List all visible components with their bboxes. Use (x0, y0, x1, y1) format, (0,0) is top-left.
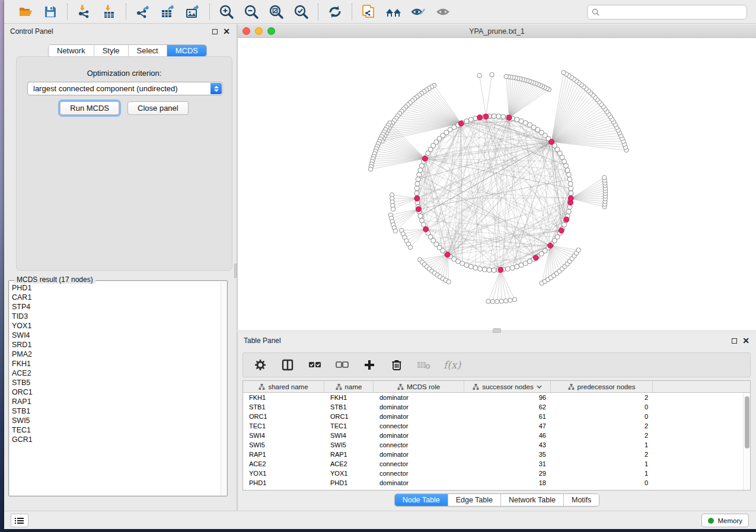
network-node[interactable] (468, 117, 473, 122)
table-row[interactable]: YOX1YOX1connector291 (243, 469, 750, 478)
table-row[interactable]: TEC1TEC1connector472 (243, 421, 750, 431)
network-node[interactable] (505, 267, 510, 271)
table-scrollbar[interactable] (743, 393, 750, 490)
network-node[interactable] (414, 186, 419, 191)
mcds-result-item[interactable]: ORC1 (12, 387, 221, 397)
network-node[interactable] (567, 204, 572, 209)
mcds-hub-node[interactable] (445, 252, 450, 257)
mcds-hub-node[interactable] (533, 255, 538, 261)
mcds-hub-node[interactable] (422, 156, 428, 161)
tab-motifs[interactable]: Motifs (564, 494, 599, 506)
import-table-button[interactable] (98, 2, 120, 21)
mcds-result-item[interactable]: STP4 (12, 302, 221, 312)
minimize-window-icon[interactable] (255, 27, 263, 35)
mcds-hub-node[interactable] (548, 243, 553, 248)
mcds-hub-node[interactable] (506, 115, 512, 120)
leaf-node[interactable] (503, 299, 508, 303)
network-node[interactable] (487, 268, 492, 273)
table-settings-button[interactable] (253, 357, 268, 373)
network-node[interactable] (496, 114, 501, 118)
leaf-node[interactable] (495, 299, 499, 303)
task-history-button[interactable] (11, 514, 28, 527)
mcds-hub-node[interactable] (423, 227, 429, 232)
leaf-node[interactable] (490, 299, 495, 303)
mcds-result-scrollbar[interactable] (221, 281, 227, 495)
select-all-button[interactable] (307, 357, 323, 373)
mcds-hub-node[interactable] (483, 114, 489, 119)
vertical-splitter-handle[interactable] (234, 264, 237, 278)
table-row[interactable]: PHD1PHD1dominator180 (243, 478, 750, 488)
leaf-node[interactable] (368, 167, 372, 171)
leaf-node[interactable] (562, 70, 566, 75)
network-node[interactable] (492, 268, 496, 273)
mcds-result-item[interactable]: STB1 (12, 406, 221, 416)
network-node[interactable] (565, 168, 570, 172)
mcds-result-item[interactable]: SWI5 (12, 416, 221, 425)
close-table-panel-icon[interactable]: ✕ (742, 336, 750, 345)
zoom-selected-button[interactable] (291, 2, 312, 21)
network-node[interactable] (515, 117, 519, 122)
mcds-result-list[interactable]: PHD1CAR1STP4TID3YOX1SWI4SRD1PMA2FKH1ACE2… (9, 281, 221, 495)
zoom-in-button[interactable] (216, 2, 237, 21)
deselect-all-button[interactable] (334, 357, 350, 373)
mcds-result-item[interactable]: PMA2 (12, 350, 221, 359)
network-node[interactable] (501, 114, 506, 119)
mcds-result-item[interactable]: SRD1 (12, 340, 221, 350)
table-scrollbar-thumb[interactable] (745, 396, 749, 448)
tab-network-table[interactable]: Network Table (501, 494, 564, 506)
table-row[interactable]: SWI4SWI4dominator462 (243, 431, 750, 440)
network-node[interactable] (510, 265, 515, 270)
float-table-panel-icon[interactable] (730, 336, 738, 345)
show-all-button[interactable] (433, 2, 454, 21)
leaf-node[interactable] (391, 207, 395, 211)
table-row[interactable]: ORC1ORC1dominator610 (243, 412, 750, 421)
mcds-hub-node[interactable] (498, 267, 503, 273)
table-row[interactable]: STB1STB1dominator620 (243, 402, 750, 412)
table-row[interactable]: SWI5SWI5connector431 (243, 440, 750, 450)
network-node[interactable] (568, 181, 573, 186)
leaf-node[interactable] (508, 298, 512, 302)
network-node[interactable] (492, 114, 496, 118)
leaf-node[interactable] (490, 72, 494, 76)
import-network-button[interactable] (74, 2, 95, 21)
mcds-result-item[interactable]: GCR1 (12, 435, 221, 444)
mcds-hub-node[interactable] (549, 139, 554, 145)
leaf-node[interactable] (504, 74, 508, 78)
tab-select[interactable]: Select (129, 45, 167, 56)
tab-network[interactable]: Network (49, 45, 94, 56)
network-node[interactable] (416, 177, 420, 182)
export-table-button[interactable] (157, 2, 178, 21)
zoom-fit-button[interactable] (266, 2, 287, 21)
close-panel-icon[interactable]: ✕ (222, 27, 231, 36)
zoom-out-button[interactable] (241, 2, 262, 21)
network-node[interactable] (569, 186, 573, 191)
clone-network-button[interactable] (358, 2, 379, 21)
mcds-hub-node[interactable] (414, 196, 420, 201)
network-node[interactable] (417, 172, 422, 177)
memory-button[interactable]: Memory (701, 514, 749, 527)
float-panel-icon[interactable] (210, 27, 219, 36)
network-graph[interactable] (238, 38, 752, 330)
network-node[interactable] (519, 118, 524, 123)
network-node[interactable] (482, 267, 487, 272)
leaf-node[interactable] (477, 73, 481, 78)
network-node[interactable] (569, 191, 573, 196)
search-box[interactable] (587, 5, 747, 20)
mcds-result-item[interactable]: TID3 (12, 312, 221, 321)
network-node[interactable] (418, 168, 423, 172)
mcds-hub-node[interactable] (416, 207, 421, 212)
leaf-node[interactable] (512, 297, 516, 302)
tab-node-table[interactable]: Node Table (395, 494, 448, 506)
leaf-node[interactable] (446, 280, 451, 284)
save-session-button[interactable] (40, 2, 61, 21)
mcds-hub-node[interactable] (559, 228, 564, 233)
close-window-icon[interactable] (243, 27, 250, 35)
horizontal-splitter-handle[interactable] (493, 328, 501, 333)
column-header-shared-name[interactable]: shared name (243, 381, 324, 392)
mcds-result-item[interactable]: ACE2 (12, 368, 221, 378)
leaf-node[interactable] (393, 229, 397, 233)
mcds-hub-node[interactable] (458, 121, 464, 126)
criterion-select[interactable]: largest connected component (undirected) (27, 82, 223, 95)
network-node[interactable] (566, 172, 571, 177)
mcds-result-item[interactable]: STB5 (12, 378, 221, 387)
